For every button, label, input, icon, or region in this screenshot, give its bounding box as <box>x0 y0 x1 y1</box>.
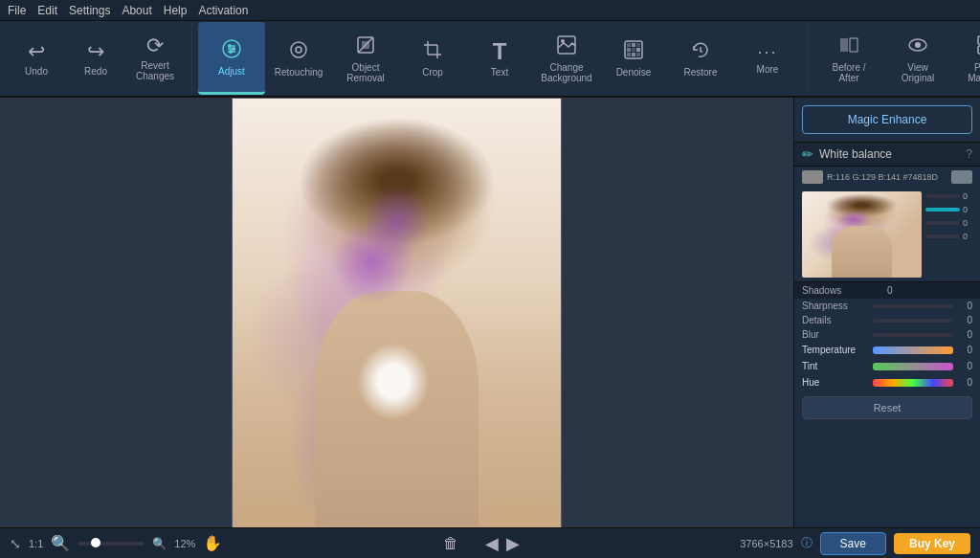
object-removal-icon <box>355 34 376 58</box>
channel-value-2: 0 <box>963 205 972 214</box>
tool-restore[interactable]: Restore <box>667 22 734 95</box>
channel-value-3: 0 <box>963 218 972 228</box>
text-icon: T <box>493 40 507 63</box>
color-swatch-dark[interactable] <box>951 170 972 184</box>
channel-slider-1: 0 <box>925 191 972 201</box>
revert-label: RevertChanges <box>136 60 174 81</box>
help-button[interactable]: ? <box>966 147 972 161</box>
before-after-icon <box>838 34 859 58</box>
menu-help[interactable]: Help <box>164 4 188 17</box>
hue-track[interactable] <box>873 379 953 387</box>
tool-photo-manager[interactable]: New PhotoManager <box>953 22 980 95</box>
channel-slider-2: 0 <box>925 205 972 214</box>
tool-denoise[interactable]: Denoise <box>600 22 667 95</box>
menu-settings[interactable]: Settings <box>69 4 110 17</box>
view-original-label: ViewOriginal <box>902 62 934 83</box>
sharpness-track[interactable] <box>873 304 953 308</box>
channel-track-1[interactable] <box>925 194 960 198</box>
photo-manager-label: PhotoManager <box>968 62 980 83</box>
sharpness-value: 0 <box>957 301 972 311</box>
tool-object-removal[interactable]: ObjectRemoval <box>332 22 399 95</box>
object-removal-label: ObjectRemoval <box>346 62 384 83</box>
main-area: Magic Enhance ✏ White balance ? R:116 G:… <box>0 98 980 527</box>
redo-button[interactable]: ↪ Redo <box>67 22 124 95</box>
save-button[interactable]: Save <box>820 532 886 555</box>
change-background-label: ChangeBackground <box>541 62 591 83</box>
zoom-slider[interactable] <box>78 542 145 546</box>
tool-view-original[interactable]: ViewOriginal <box>884 22 951 95</box>
status-right: 3766×5183 ⓘ Save Buy Key <box>740 532 970 555</box>
nav-prev-arrow[interactable]: ◀ <box>485 533 499 554</box>
revert-button[interactable]: ⟳ RevertChanges <box>126 22 184 95</box>
svg-point-5 <box>232 47 235 51</box>
zoom-slider-thumb <box>91 538 100 547</box>
toolbar-right-tools: Before /After ViewOriginal New PhotoMana… <box>807 22 980 95</box>
denoise-icon <box>623 39 644 63</box>
delete-icon[interactable]: 🗑 <box>443 535 458 552</box>
change-background-icon <box>556 34 577 58</box>
zoom-out-icon[interactable]: 🔍 <box>51 534 70 552</box>
magic-enhance-button[interactable]: Magic Enhance <box>802 105 972 134</box>
resize-icon[interactable]: ⤡ <box>10 536 21 551</box>
details-track[interactable] <box>873 319 953 323</box>
restore-icon <box>690 39 711 63</box>
menu-bar: File Edit Settings About Help Activation <box>0 0 980 21</box>
tool-more[interactable]: ··· More <box>734 22 801 95</box>
svg-point-8 <box>296 47 301 53</box>
zoom-in-icon[interactable]: 🔍 <box>152 537 167 550</box>
svg-point-33 <box>915 42 921 48</box>
thumbnail-row: 0 0 0 0 <box>794 188 980 281</box>
image-thumbnail <box>802 191 922 278</box>
canvas-area[interactable] <box>0 98 793 527</box>
svg-point-4 <box>228 44 232 48</box>
tool-retouching[interactable]: Retouching <box>265 22 332 95</box>
svg-rect-20 <box>632 43 635 47</box>
photo-manager-icon <box>976 34 980 58</box>
blur-track[interactable] <box>873 333 953 337</box>
color-swatch-gray[interactable] <box>802 170 823 184</box>
more-icon: ··· <box>757 43 777 60</box>
temperature-value: 0 <box>957 345 972 355</box>
menu-about[interactable]: About <box>122 4 151 17</box>
buy-key-button[interactable]: Buy Key <box>894 533 970 554</box>
tool-change-background[interactable]: ChangeBackground <box>533 22 600 95</box>
status-left: ⤡ 1:1 🔍 🔍 12% ✋ <box>10 534 222 552</box>
menu-activation[interactable]: Activation <box>198 4 248 17</box>
adjust-label: Adjust <box>218 66 245 77</box>
svg-rect-30 <box>840 38 848 52</box>
tool-before-after[interactable]: Before /After <box>815 22 882 95</box>
channel-track-4[interactable] <box>925 234 960 238</box>
tool-adjust[interactable]: Adjust <box>198 22 265 95</box>
blur-value: 0 <box>957 329 972 340</box>
hue-value: 0 <box>957 377 972 388</box>
adjust-icon <box>221 38 242 62</box>
channel-slider-4: 0 <box>925 232 972 241</box>
toolbar-tools: Adjust Retouching ObjectRemoval Crop T T… <box>192 22 807 95</box>
restore-label: Restore <box>683 67 717 78</box>
svg-point-17 <box>561 39 565 43</box>
menu-edit[interactable]: Edit <box>37 4 57 17</box>
tint-value: 0 <box>957 361 972 371</box>
tint-row: Tint 0 <box>794 358 980 374</box>
before-after-label: Before /After <box>832 62 865 83</box>
nav-next-arrow[interactable]: ▶ <box>506 533 520 554</box>
undo-button[interactable]: ↩ Undo <box>8 22 65 95</box>
tool-crop[interactable]: Crop <box>399 22 466 95</box>
info-icon[interactable]: ⓘ <box>801 535 813 551</box>
temperature-track[interactable] <box>873 346 953 354</box>
tint-label: Tint <box>802 361 869 371</box>
tint-track[interactable] <box>873 363 953 370</box>
zoom-1to1[interactable]: 1:1 <box>29 538 43 549</box>
zoom-percent: 12% <box>174 538 195 549</box>
tool-text[interactable]: T Text <box>466 22 533 95</box>
shadows-value: 0 <box>887 285 972 296</box>
undo-icon: ↩ <box>28 41 45 62</box>
hand-tool-icon[interactable]: ✋ <box>203 534 222 552</box>
text-label: Text <box>491 67 508 78</box>
channel-track-2[interactable] <box>925 208 960 212</box>
reset-button[interactable]: Reset <box>802 396 972 419</box>
channel-track-3[interactable] <box>925 221 960 225</box>
menu-file[interactable]: File <box>8 4 26 17</box>
image-container <box>232 98 562 527</box>
svg-rect-21 <box>636 43 640 47</box>
